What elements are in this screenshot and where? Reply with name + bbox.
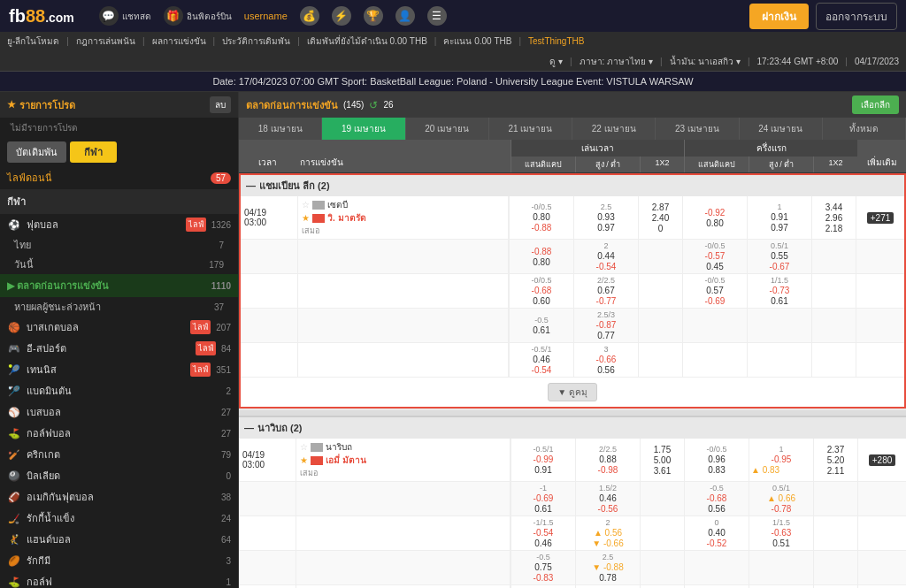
odds-hl1-high[interactable]: 0.93 xyxy=(576,212,636,222)
collapse-champions[interactable]: — xyxy=(246,180,256,191)
sidebar-item-billiards[interactable]: 🎱 บิลเลียด 0 xyxy=(0,465,238,486)
sidebar-item-badminton[interactable]: 🏸 แบดมินตัน 2 xyxy=(0,380,238,401)
sidebar-item-handball[interactable]: 🤾 แฮนด์บอล 64 xyxy=(0,529,238,550)
golf2-icon: ⛳ xyxy=(7,575,21,588)
odds2-2[interactable]: 2.18 xyxy=(814,224,854,233)
header-match: การแข่งขัน xyxy=(296,140,511,172)
match-entry-2: 04/19 03:00 ☆ นาริบถ ★ เอมี่ มัตาน xyxy=(239,439,906,588)
settings-lang[interactable]: ภาษา: ภาษาไทย ▾ xyxy=(580,55,653,68)
user-icon[interactable]: 👤 xyxy=(395,6,415,26)
sidebar-item-football[interactable]: ⚽ ฟุตบอล ไลฟ์ 1326 xyxy=(0,214,238,235)
sidebar-item-thai[interactable]: ไทย 7 xyxy=(0,235,238,255)
nav-link-1[interactable]: ยู-ลีกในโหมด xyxy=(7,34,59,48)
min-bet-button[interactable]: บัตเดิมพัน xyxy=(7,141,66,163)
nav-link-5[interactable]: เดิมพันที่ยังไม้ดำเนิน 0.00 THB xyxy=(307,34,427,48)
plus-badge-2[interactable]: +280 xyxy=(869,454,896,466)
gift-icon: 🎁 xyxy=(164,6,183,26)
tab-apr19[interactable]: 19 เมษายน xyxy=(322,118,405,140)
deposit-nav[interactable]: 🎁 อินพิตอร์บิน xyxy=(164,6,232,26)
sidebar-item-tennis[interactable]: 🎾 เทนนิส ไลฟ์ 351 xyxy=(0,359,238,380)
rugby-count: 3 xyxy=(226,556,231,566)
tab-apr20[interactable]: 20 เมษายน xyxy=(406,118,489,140)
match-teams-1: ☆ เซตบี ★ วิ. มาตรัด เสมอ xyxy=(298,196,509,239)
nav-link-6[interactable]: คะแนน 0.00 THB xyxy=(443,34,511,48)
sidebar-item-baseball[interactable]: ⚾ เบสบอล 27 xyxy=(0,401,238,423)
tab-apr21[interactable]: 21 เมษายน xyxy=(489,118,572,140)
select-league-button[interactable]: เลือกลีก xyxy=(852,95,899,114)
fav-star-1[interactable]: ☆ xyxy=(302,200,310,210)
kifa-button[interactable]: กีฬา xyxy=(70,141,117,163)
sidebar-item-esports[interactable]: 🎮 อี-สปอร์ต ไลฟ์ 84 xyxy=(0,338,238,359)
fav-star-4[interactable]: ★ xyxy=(300,455,308,465)
sidebar-item-golf2[interactable]: ⛳ กอล์ฟ 1 xyxy=(0,571,238,588)
logout-button[interactable]: ออกจากระบบ xyxy=(816,3,897,30)
first-sub-highlow: สูง / ต่ำ xyxy=(575,157,640,172)
refresh-button[interactable]: ↺ xyxy=(369,99,378,111)
date-tabs: 18 เมษายน 19 เมษายน 20 เมษายน 21 เมษายน … xyxy=(239,118,906,140)
sidebar-item-golf[interactable]: ⛳ กอล์ฟบอล 27 xyxy=(0,423,238,444)
trophy-icon[interactable]: 🏆 xyxy=(364,6,383,26)
odds-row2-h2: -0/0.5 -0.57 0.45 xyxy=(682,240,747,273)
odds-h1-t2[interactable]: -0.88 xyxy=(511,223,572,233)
sidebar-item-cricket[interactable]: 🏏 คริกเกต 79 xyxy=(0,444,238,465)
deposit-button[interactable]: ฝากเงิน xyxy=(749,4,809,29)
settings-view[interactable]: ดู ▾ xyxy=(549,55,563,68)
match-row-1-2: -0.88 0.80 2 0.44 -0.54 -0/0.5 -0.57 0.4… xyxy=(241,240,904,274)
odds-h2-t1[interactable]: -0.92 xyxy=(685,208,745,218)
user-nav[interactable]: username xyxy=(244,11,288,21)
odds-col-h1: -0/0.5 0.80 -0.88 xyxy=(509,196,573,239)
header-second-group: ครึ่งแรก แสนดิแคป สูง / ต่ำ 1X2 xyxy=(684,140,857,172)
team3-name: นาริบถ xyxy=(326,440,352,454)
chat-label: แชทสด xyxy=(122,10,151,23)
odds-x[interactable]: 2.40 xyxy=(641,213,680,223)
odds-2[interactable]: 0 xyxy=(641,224,680,233)
expand-button-1[interactable]: ▼ ดูคมุ xyxy=(548,383,597,401)
fav-star-2[interactable]: ★ xyxy=(302,213,310,223)
odds-hl2-high[interactable]: 0.91 xyxy=(749,212,810,222)
billiards-icon: 🎱 xyxy=(7,469,21,483)
sidebar-prematch[interactable]: ▶ ตลาดก่อนการแข่งขัน 1110 xyxy=(0,274,238,297)
handball-count: 64 xyxy=(221,535,231,545)
sidebar-item-amfootball[interactable]: 🏈 อเมกิกันฟุตบอล 38 xyxy=(0,486,238,508)
odds-h1-t1[interactable]: 0.80 xyxy=(511,212,572,222)
tab-all[interactable]: ทั้งหมด xyxy=(823,118,906,140)
liftdon-section: ไลฟ์ดอนนี่ 57 xyxy=(0,166,238,189)
nav-link-4[interactable]: ประวัติการเดิมพัน xyxy=(222,34,290,48)
lightning-icon[interactable]: ⚡ xyxy=(332,6,351,26)
team2-name: วิ. มาตรัด xyxy=(327,211,366,225)
deposit-label: อินพิตอร์บิน xyxy=(187,10,232,23)
tab-apr24[interactable]: 24 เมษายน xyxy=(740,118,823,140)
collapse-narib[interactable]: — xyxy=(244,423,254,433)
odds-hl2-low[interactable]: 0.97 xyxy=(749,223,810,233)
odds-col-hl2: 1 0.91 0.97 xyxy=(747,196,811,239)
odds2-x[interactable]: 2.96 xyxy=(814,213,854,223)
wallet-icon[interactable]: 💰 xyxy=(300,6,319,26)
flag-1 xyxy=(312,201,325,210)
fav-star-3[interactable]: ☆ xyxy=(300,442,308,452)
tab-apr23[interactable]: 23 เมษายน xyxy=(656,118,739,140)
nav-link-2[interactable]: กฎการเล่นพนัน xyxy=(76,34,135,48)
league-champions: — แชมเปียน ลีก (2) 04/19 03:00 ☆ เซตบี xyxy=(239,173,906,409)
delete-button[interactable]: ลบ xyxy=(210,96,231,113)
sidebar-item-icehockey[interactable]: 🏒 รักกี้น้ำแข็ง 24 xyxy=(0,508,238,529)
menu-icon[interactable]: ☰ xyxy=(427,6,447,26)
settings-skin[interactable]: น้ำมัน: นาเอสกิว ▾ xyxy=(670,55,741,68)
amfootball-icon: 🏈 xyxy=(7,490,21,504)
sidebar-item-today[interactable]: วันนี้ 179 xyxy=(0,255,238,274)
tab-apr18[interactable]: 18 เมษายน xyxy=(239,118,322,140)
sidebar-item-rugby[interactable]: 🏉 รักกีมี 3 xyxy=(0,550,238,571)
nav-link-3[interactable]: ผลการแข่งขัน xyxy=(152,34,206,48)
odds-h2-t2[interactable]: 0.80 xyxy=(685,218,745,228)
sidebar-item-winners[interactable]: หายผลผู้ชนะล่วงหน้า 37 xyxy=(0,297,238,317)
odds-hl1-low[interactable]: 0.97 xyxy=(576,223,636,233)
esports-count: 84 xyxy=(221,344,231,354)
sports-title: กีฬา xyxy=(0,189,238,214)
plus-badge-1[interactable]: +271 xyxy=(867,212,894,224)
date-info-bar: Date: 17/04/2023 07:00 GMT Sport: Basket… xyxy=(0,72,906,92)
tab-apr22[interactable]: 22 เมษายน xyxy=(572,118,656,140)
chat-nav[interactable]: 💬 แชทสด xyxy=(99,6,151,26)
odds-1[interactable]: 2.87 xyxy=(641,202,680,212)
logo[interactable]: fb88.com xyxy=(9,6,74,27)
sidebar-item-basketball[interactable]: 🏀 บาสเกตบอล ไลฟ์ 207 xyxy=(0,317,238,338)
odds2-1[interactable]: 3.44 xyxy=(814,202,854,212)
